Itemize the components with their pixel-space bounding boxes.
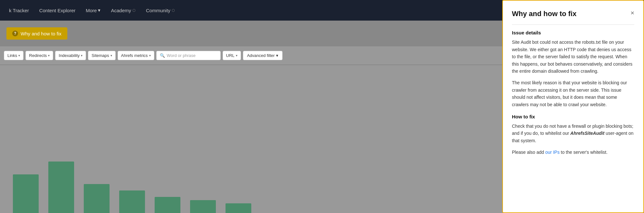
chevron-down-icon: ▾ [98,7,101,13]
nav-item-more[interactable]: More ▾ [82,5,104,16]
nav-community-label: Community [146,8,170,13]
divider [512,24,634,25]
why-fix-button-label: Why and how to fix [21,31,62,36]
chevron-down-icon: ▾ [111,54,112,57]
url-filter-button[interactable]: URL ▾ [223,51,241,60]
chevron-down-icon: ▾ [276,53,278,58]
chart-bar [13,174,39,213]
chevron-down-icon: ▾ [236,54,237,57]
how-to-fix-text1-italic: AhrefsSiteAudit [570,131,604,136]
chevron-down-icon: ▾ [81,54,82,57]
nav-item-tracker[interactable]: k Tracker [5,5,33,16]
links-label: Links [7,53,17,58]
advanced-filter-button[interactable]: Advanced filter ▾ [243,51,283,60]
how-to-fix-text2-after: to the server's whitelist. [560,150,608,155]
sitemaps-filter-button[interactable]: Sitemaps ▾ [88,51,115,60]
sitemaps-label: Sitemaps [91,53,109,58]
search-icon: 🔍 [160,53,165,58]
question-icon: ? [12,31,18,36]
our-ips-link[interactable]: our IPs [545,150,560,155]
nav-item-community[interactable]: Community ⬡ [142,5,179,16]
nav-more-label: More [86,8,97,13]
search-box[interactable]: 🔍 Word or phrase [156,51,221,60]
chart-bar [119,190,145,213]
modal-header: Why and how to fix × [512,10,634,18]
issue-details-text2: The most likely reason is that your webs… [512,79,634,108]
external-link-icon: ⬡ [172,8,175,13]
modal-title: Why and how to fix [512,10,576,18]
chart-bar [84,184,110,213]
search-placeholder: Word or phrase [167,53,196,58]
external-link-icon: ⬡ [132,8,136,13]
ahrefs-metrics-filter-button[interactable]: Ahrefs metrics ▾ [118,51,154,60]
why-fix-button[interactable]: ? Why and how to fix [6,27,67,40]
nav-tracker-label: k Tracker [9,8,29,13]
chart-bar [48,162,74,213]
chart-bar [155,197,180,213]
indexability-filter-button[interactable]: Indexability ▾ [55,51,86,60]
issue-details-text1: Site Audit bot could not access the robo… [512,39,634,75]
nav-content-explorer-label: Content Explorer [39,8,76,13]
modal-panel: Why and how to fix × Issue details Site … [502,0,644,213]
how-to-fix-heading: How to fix [512,114,634,119]
links-filter-button[interactable]: Links ▾ [4,51,24,60]
url-label: URL [226,53,235,58]
redirects-filter-button[interactable]: Redirects ▾ [25,51,53,60]
chart-bar [226,203,251,213]
indexability-label: Indexability [59,53,80,58]
chevron-down-icon: ▾ [149,54,151,57]
nav-academy-label: Academy [111,8,131,13]
redirects-label: Redirects [29,53,47,58]
how-to-fix-text2: Please also add our IPs to the server's … [512,149,634,156]
nav-item-academy[interactable]: Academy ⬡ [107,5,139,16]
issue-details-heading: Issue details [512,30,634,35]
ahrefs-metrics-label: Ahrefs metrics [121,53,148,58]
how-to-fix-text1: Check that you do not have a firewall or… [512,123,634,144]
chart-bar [190,200,216,213]
advanced-filter-label: Advanced filter [247,53,275,58]
nav-item-content-explorer[interactable]: Content Explorer [35,5,80,16]
how-to-fix-text2-before: Please also add [512,150,545,155]
modal-close-button[interactable]: × [630,10,634,16]
chevron-down-icon: ▾ [18,54,20,57]
chevron-down-icon: ▾ [48,54,50,57]
